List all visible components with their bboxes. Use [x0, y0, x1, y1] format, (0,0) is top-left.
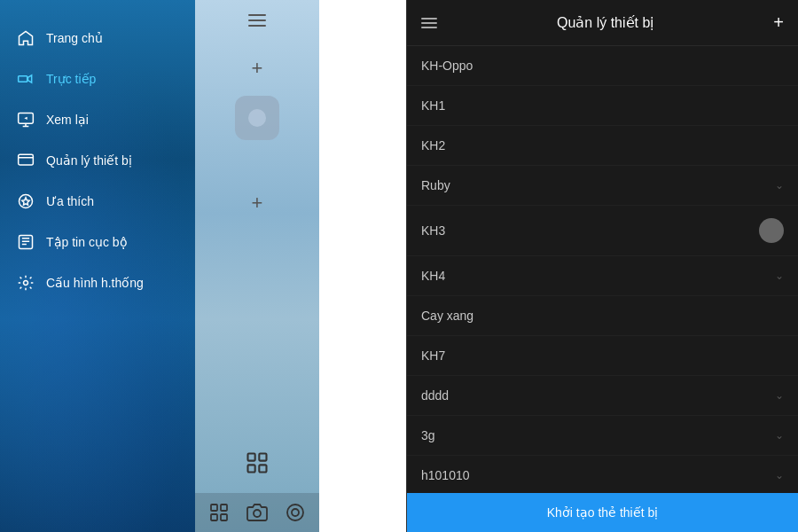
device-item[interactable]: 3g ⌄ [407, 416, 798, 456]
svg-rect-7 [248, 465, 255, 472]
nav-item-home[interactable]: Trang chủ [0, 18, 195, 59]
middle-bottom-bar [195, 493, 319, 532]
right-panel-header: Quản lý thiết bị + [407, 0, 798, 46]
add-button-top[interactable]: + [252, 59, 263, 78]
device-item[interactable]: KH7 [407, 336, 798, 376]
svg-rect-1 [19, 154, 34, 165]
nav-item-live[interactable]: Trực tiếp [0, 59, 195, 99]
svg-rect-5 [248, 454, 255, 461]
svg-rect-10 [221, 505, 227, 511]
grid-view-icon[interactable] [245, 450, 270, 475]
svg-rect-9 [211, 505, 217, 511]
add-button-bottom[interactable]: + [252, 193, 263, 213]
svg-point-4 [24, 281, 28, 286]
camera-indicator [248, 109, 266, 127]
nav-item-device[interactable]: Quản lý thiết bị [0, 140, 195, 181]
middle-panel: + + [195, 0, 319, 532]
svg-rect-8 [259, 465, 266, 472]
svg-rect-6 [259, 454, 266, 461]
right-panel: Quản lý thiết bị + KH-Oppo KH1 KH2 Ruby … [406, 0, 798, 532]
photo-bottom-icon[interactable] [285, 502, 306, 523]
svg-point-15 [292, 509, 299, 516]
device-item-kh3[interactable]: KH3 [407, 206, 798, 256]
create-device-button[interactable]: Khởi tạo thẻ thiết bị [407, 493, 798, 532]
nav-item-favorite[interactable]: Ưa thích [0, 181, 195, 222]
device-item[interactable]: KH1 [407, 86, 798, 126]
nav-item-files[interactable]: Tập tin cục bộ [0, 222, 195, 262]
device-item[interactable]: KH-Oppo [407, 46, 798, 86]
svg-rect-12 [221, 514, 227, 520]
home-icon [16, 28, 35, 48]
chevron-down-icon: ⌄ [775, 389, 784, 402]
svg-rect-11 [211, 514, 217, 520]
grid-bottom-icon[interactable] [208, 502, 230, 523]
file-icon [16, 232, 35, 252]
device-item[interactable]: h101010 ⌄ [407, 456, 798, 493]
add-device-button[interactable]: + [773, 12, 784, 33]
chevron-down-icon: ⌄ [775, 270, 784, 282]
settings-icon [16, 273, 35, 293]
device-item[interactable]: Cay xang [407, 296, 798, 336]
right-menu-icon[interactable] [421, 18, 437, 28]
playback-icon [16, 110, 35, 129]
nav-item-settings[interactable]: Cấu hình h.thống [0, 262, 195, 303]
device-item[interactable]: KH2 [407, 126, 798, 166]
hamburger-menu[interactable] [248, 14, 266, 27]
status-dot [759, 218, 784, 243]
chevron-down-icon: ⌄ [775, 469, 784, 481]
svg-point-13 [254, 510, 261, 517]
device-icon [16, 151, 35, 170]
favorite-icon [16, 192, 35, 211]
svg-rect-3 [20, 236, 33, 249]
chevron-down-icon: ⌄ [775, 179, 784, 192]
device-list: KH-Oppo KH1 KH2 Ruby ⌄ KH3 KH4 ⌄ Cay xan… [407, 46, 798, 493]
chevron-down-icon: ⌄ [775, 429, 784, 442]
device-item[interactable]: dddd ⌄ [407, 376, 798, 416]
white-space [319, 0, 406, 532]
middle-header [195, 0, 319, 41]
left-navigation: Trang chủ Trực tiếp Xem lại Quản lý thiế… [0, 0, 195, 532]
camera-bottom-icon[interactable] [246, 502, 268, 523]
right-panel-title: Quản lý thiết bị [437, 14, 773, 31]
nav-item-playback[interactable]: Xem lại [0, 99, 195, 140]
camera-bubble [235, 96, 279, 140]
svg-point-14 [287, 505, 303, 520]
device-item-ruby[interactable]: Ruby ⌄ [407, 166, 798, 206]
live-icon [16, 69, 35, 89]
device-item[interactable]: KH4 ⌄ [407, 256, 798, 296]
